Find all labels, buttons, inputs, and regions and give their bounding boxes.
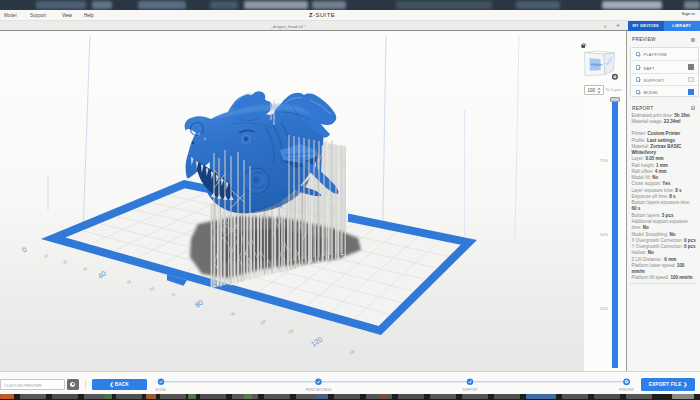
svg-text:100: 100 [259, 319, 266, 326]
svg-text:FRONT: FRONT [591, 63, 603, 67]
svg-text:40: 40 [96, 269, 108, 281]
svg-text:110: 110 [287, 328, 294, 334]
svg-text:90: 90 [230, 311, 236, 317]
svg-text:0: 0 [20, 245, 28, 255]
svg-text:70: 70 [170, 292, 176, 298]
svg-text:30: 30 [82, 266, 88, 272]
svg-text:50: 50 [126, 279, 132, 285]
svg-text:80: 80 [193, 298, 205, 310]
svg-text:60: 60 [149, 286, 155, 292]
svg-text:120: 120 [309, 335, 324, 349]
svg-text:10: 10 [43, 253, 49, 259]
svg-text:130: 130 [348, 349, 355, 356]
svg-text:20: 20 [62, 259, 68, 265]
